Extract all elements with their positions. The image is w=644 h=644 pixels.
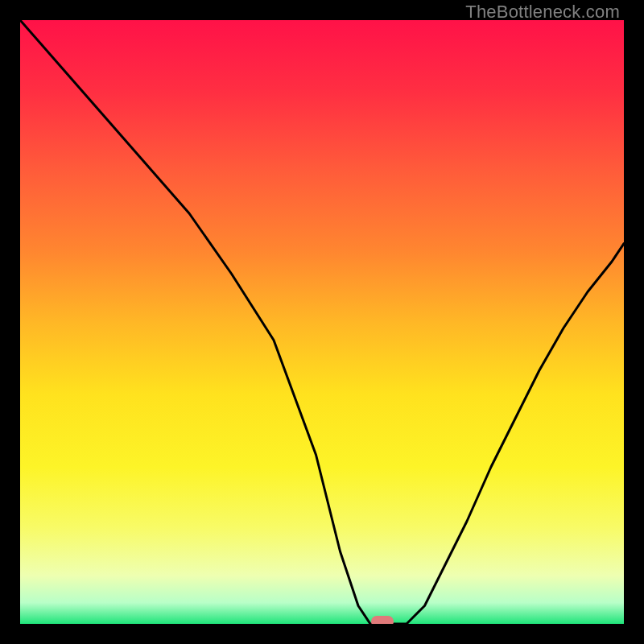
plot-area xyxy=(20,20,624,624)
chart-frame: TheBottleneck.com xyxy=(0,0,644,644)
watermark-text: TheBottleneck.com xyxy=(465,2,620,23)
chart-background xyxy=(20,20,624,624)
chart-svg xyxy=(20,20,624,624)
optimum-marker xyxy=(371,616,394,624)
